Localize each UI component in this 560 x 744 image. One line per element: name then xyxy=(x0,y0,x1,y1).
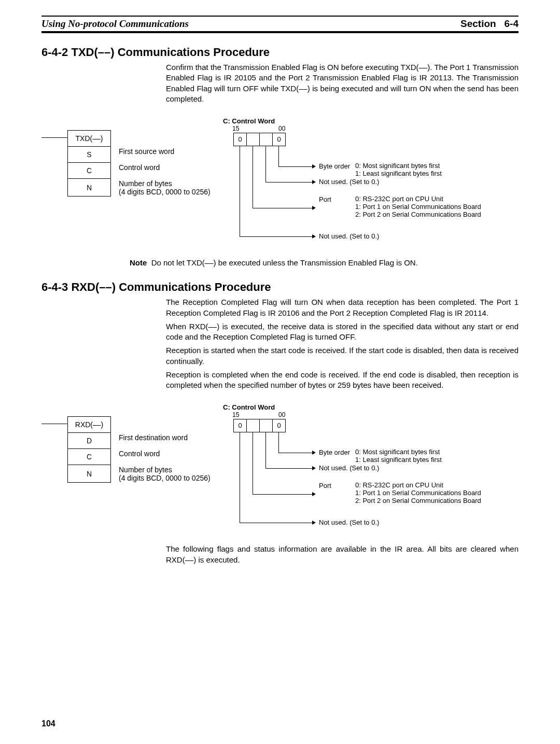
section-word: Section xyxy=(460,18,496,29)
byte-order-desc: 0: Most significant bytes first 1: Least… xyxy=(355,162,442,178)
para-643-4: Reception is completed when the end code… xyxy=(166,370,519,391)
bit15-label: 15 xyxy=(232,125,239,132)
lead-line xyxy=(41,424,67,424)
port-label: Port xyxy=(319,482,355,489)
nibble-03-00: 0 xyxy=(273,419,285,432)
desc-s: First source word xyxy=(111,147,211,163)
bit00-label: 00 xyxy=(278,411,285,418)
cell-c: C xyxy=(68,449,111,465)
page-header: Using No-protocol Communications Section… xyxy=(41,16,519,33)
para-643-2: When RXD(––) is executed, the receive da… xyxy=(166,321,519,343)
operand-table-txd: TXD(––) S First source word C Control wo… xyxy=(67,130,211,196)
heading-642: 6-4-2 TXD(––) Communications Procedure xyxy=(41,46,519,59)
nibble-07-04 xyxy=(260,133,273,146)
desc-n: Number of bytes (4 digits BCD, 0000 to 0… xyxy=(111,179,211,196)
byte-order-desc: 0: Most significant bytes first 1: Least… xyxy=(355,448,442,464)
para-642-1: Confirm that the Transmission Enabled Fl… xyxy=(166,62,519,104)
para-643-1: The Reception Completed Flag will turn O… xyxy=(166,297,519,318)
control-word-title-txd: C: Control Word xyxy=(223,117,275,125)
not-used-1: Not used. (Set to 0.) xyxy=(319,178,379,186)
note-label: Note xyxy=(130,258,147,267)
cell-op: RXD(––) xyxy=(68,417,111,433)
para-643-tail: The following flags and status informati… xyxy=(166,544,519,565)
not-used-2: Not used. (Set to 0.) xyxy=(319,519,379,527)
port-desc: 0: RS-232C port on CPU Unit 1: Port 1 on… xyxy=(355,195,481,219)
bitbox: 0 0 xyxy=(233,133,286,146)
byte-order-label: Byte order xyxy=(319,162,355,170)
nibble-11-08 xyxy=(247,419,260,432)
bit00-label: 00 xyxy=(278,125,285,132)
heading-643: 6-4-3 RXD(––) Communications Procedure xyxy=(41,280,519,294)
operand-table-rxd: RXD(––) D First destination word C Contr… xyxy=(67,416,211,483)
diagram-txd: C: Control Word TXD(––) S First source w… xyxy=(41,117,519,255)
nibble-11-08 xyxy=(247,133,260,146)
header-section: Section 6-4 xyxy=(460,18,519,30)
page-number: 104 xyxy=(41,719,55,728)
port-desc: 0: RS-232C port on CPU Unit 1: Port 1 on… xyxy=(355,482,481,505)
cell-s: S xyxy=(68,147,111,163)
header-title: Using No-protocol Communications xyxy=(41,18,189,30)
nibble-15-12: 0 xyxy=(234,419,247,432)
desc-n: Number of bytes (4 digits BCD, 0000 to 0… xyxy=(111,465,211,483)
note-642: Note Do not let TXD(––) be executed unle… xyxy=(130,258,519,268)
nibble-15-12: 0 xyxy=(234,133,247,146)
byte-order-label: Byte order xyxy=(319,448,355,456)
para-643-3: Reception is started when the start code… xyxy=(166,345,519,367)
nibble-03-00: 0 xyxy=(273,133,285,146)
nibble-07-04 xyxy=(260,419,273,432)
lead-line xyxy=(41,137,67,138)
section-number: 6-4 xyxy=(505,18,519,29)
bit15-label: 15 xyxy=(232,411,239,418)
control-word-title-rxd: C: Control Word xyxy=(223,403,275,411)
desc-c: Control word xyxy=(111,449,211,465)
not-used-1: Not used. (Set to 0.) xyxy=(319,465,379,472)
cell-c: C xyxy=(68,163,111,179)
bitbox: 0 0 xyxy=(233,419,286,432)
diagram-rxd: C: Control Word RXD(––) D First destinat… xyxy=(41,403,519,541)
cell-n: N xyxy=(68,465,111,483)
cell-op: TXD(––) xyxy=(68,131,111,147)
port-label: Port xyxy=(319,195,355,203)
note-text: Do not let TXD(––) be executed unless th… xyxy=(151,258,418,267)
desc-c: Control word xyxy=(111,163,211,179)
desc-d: First destination word xyxy=(111,433,211,449)
not-used-2: Not used. (Set to 0.) xyxy=(319,233,379,241)
cell-d: D xyxy=(68,433,111,449)
cell-n: N xyxy=(68,179,111,196)
